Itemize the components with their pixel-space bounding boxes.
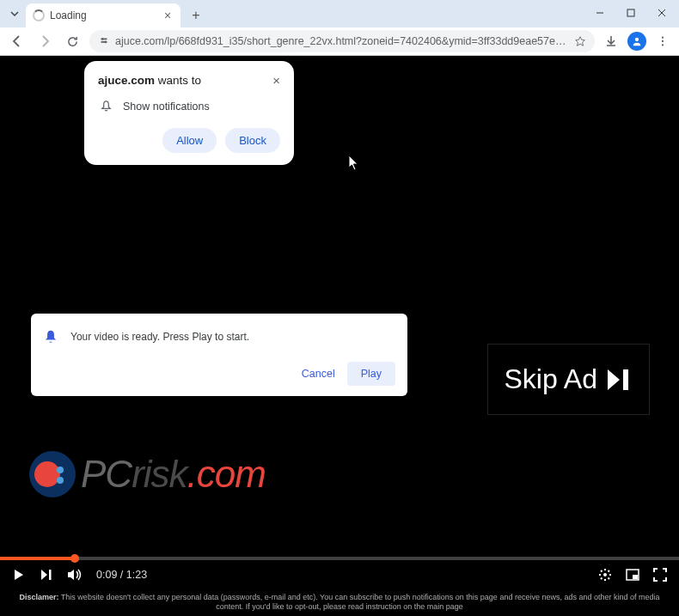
fullscreen-button[interactable] — [653, 568, 667, 582]
play-button[interactable]: Play — [347, 362, 395, 386]
profile-button[interactable] — [627, 32, 646, 51]
bell-icon — [43, 329, 58, 345]
browser-chrome: Loading × + ajuce.com/lp/668fd931_i35/sh… — [0, 0, 679, 56]
gear-icon — [598, 568, 612, 582]
video-ready-modal: Your video is ready. Press Play to start… — [31, 314, 407, 396]
tab-bar: Loading × + — [0, 0, 679, 27]
loading-spinner-icon — [33, 9, 45, 21]
play-pause-button[interactable] — [12, 568, 26, 582]
tab-search-dropdown[interactable] — [7, 6, 22, 21]
skip-next-icon — [606, 368, 633, 392]
skip-ad-label: Skip Ad — [504, 363, 597, 395]
svg-point-12 — [603, 573, 607, 576]
video-controls: 0:09 / 1:23 — [0, 560, 679, 589]
tab-close-button[interactable]: × — [162, 9, 174, 21]
next-icon — [40, 568, 53, 582]
downloads-button[interactable] — [602, 32, 621, 51]
svg-point-8 — [662, 40, 664, 42]
svg-rect-10 — [623, 369, 628, 390]
address-bar: ajuce.com/lp/668fd931_i35/short_genre_22… — [0, 27, 679, 56]
watermark-logo: PCrisk.com — [29, 451, 266, 497]
url-text: ajuce.com/lp/668fd931_i35/short_genre_22… — [115, 35, 569, 47]
svg-point-6 — [635, 38, 639, 41]
url-box[interactable]: ajuce.com/lp/668fd931_i35/short_genre_22… — [89, 30, 595, 52]
profile-avatar-icon — [631, 35, 643, 47]
block-button[interactable]: Block — [225, 128, 280, 153]
close-window-button[interactable] — [650, 3, 674, 22]
miniplayer-icon — [626, 569, 639, 581]
miniplayer-button[interactable] — [626, 569, 639, 581]
svg-rect-1 — [627, 9, 634, 16]
star-bookmark-icon[interactable] — [574, 35, 586, 47]
window-controls — [588, 3, 674, 22]
svg-point-9 — [662, 44, 664, 46]
play-icon — [12, 568, 26, 582]
page-content: ajuce.com wants to × Show notifications … — [0, 56, 679, 616]
new-tab-button[interactable]: + — [186, 5, 206, 26]
time-display: 0:09 / 1:23 — [96, 569, 147, 581]
mouse-cursor-icon — [348, 155, 360, 172]
cancel-button[interactable]: Cancel — [302, 368, 335, 380]
volume-button[interactable] — [67, 568, 83, 582]
maximize-button[interactable] — [619, 3, 643, 22]
pcrisk-logo-icon — [29, 451, 76, 497]
next-button[interactable] — [40, 568, 53, 582]
svg-rect-11 — [49, 570, 52, 580]
site-settings-icon[interactable] — [98, 35, 110, 47]
watermark-text: PCrisk.com — [81, 453, 266, 496]
permission-close-button[interactable]: × — [272, 73, 280, 88]
reload-button[interactable] — [62, 31, 83, 52]
back-button[interactable] — [7, 31, 28, 52]
browser-tab[interactable]: Loading × — [26, 3, 180, 27]
permission-item: Show notifications — [100, 100, 280, 113]
menu-button[interactable] — [653, 32, 672, 51]
svg-rect-14 — [633, 575, 638, 579]
tab-title: Loading — [50, 9, 156, 21]
chevron-down-icon — [10, 9, 19, 18]
svg-point-7 — [662, 36, 664, 38]
allow-button[interactable]: Allow — [162, 128, 217, 153]
svg-point-4 — [101, 38, 104, 40]
disclaimer-text: Disclamer: This website doesn't collect … — [0, 589, 679, 616]
volume-icon — [67, 568, 83, 582]
permission-item-label: Show notifications — [123, 101, 210, 113]
minimize-button[interactable] — [588, 3, 612, 22]
notification-permission-prompt: ajuce.com wants to × Show notifications … — [84, 61, 294, 165]
ready-message: Your video is ready. Press Play to start… — [70, 331, 249, 343]
permission-title: ajuce.com wants to — [98, 74, 201, 87]
settings-button[interactable] — [598, 568, 612, 582]
bell-icon — [100, 100, 113, 113]
forward-button[interactable] — [34, 31, 55, 52]
svg-point-5 — [104, 41, 107, 44]
skip-ad-button[interactable]: Skip Ad — [487, 344, 650, 415]
fullscreen-icon — [653, 568, 667, 582]
